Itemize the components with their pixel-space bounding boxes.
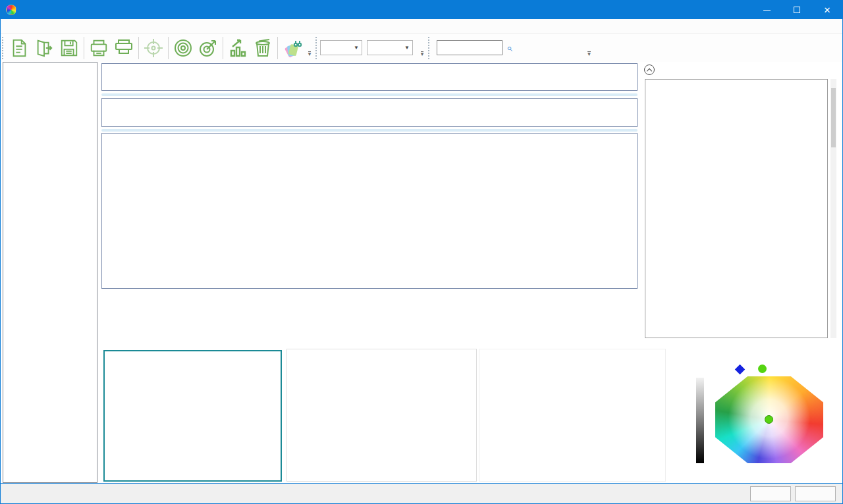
print-word-icon[interactable]: [111, 36, 136, 61]
auto-button[interactable]: [750, 486, 791, 501]
lstar-gradient-bar: [696, 378, 704, 463]
collapse-panel-icon[interactable]: [644, 64, 655, 75]
status-bar: [1, 483, 842, 503]
spectral-panel[interactable]: [479, 349, 666, 482]
panel-scrollbar[interactable]: [830, 79, 836, 338]
blank-button[interactable]: [795, 486, 836, 501]
chart-icon[interactable]: [225, 36, 250, 61]
title-bar: ✕: [1, 1, 842, 19]
target-arrow-icon[interactable]: [196, 36, 221, 61]
print-icon[interactable]: [86, 36, 111, 61]
toolbar-overflow-icon[interactable]: ▾: [418, 37, 427, 59]
standard-table: [101, 98, 638, 127]
export-icon[interactable]: [32, 36, 57, 61]
toolbar-grip[interactable]: [428, 37, 431, 59]
new-document-icon[interactable]: [7, 36, 32, 61]
color-difference-box: [645, 79, 828, 338]
dab-scatter-panel[interactable]: [103, 350, 282, 482]
calibrate-icon: [141, 36, 166, 61]
toolbar-grip[interactable]: [2, 37, 5, 59]
chevron-down-icon: ▼: [347, 45, 359, 51]
search-icon[interactable]: ⌕: [506, 42, 512, 54]
illuminant-dropdown[interactable]: ▼: [367, 40, 413, 55]
toolbar-grip[interactable]: [315, 37, 319, 59]
maximize-button[interactable]: [782, 1, 812, 19]
close-button[interactable]: ✕: [812, 1, 842, 19]
app-window: ✕: [0, 0, 843, 504]
sample-point-marker: [765, 415, 773, 424]
color-search-icon[interactable]: [280, 36, 305, 61]
menu-bar: [1, 19, 842, 34]
toolbar-overflow-icon[interactable]: ▾: [305, 37, 314, 59]
mode-dropdown[interactable]: ▼: [320, 40, 362, 55]
save-icon[interactable]: [57, 36, 82, 61]
toolbar-overflow-icon[interactable]: ▾: [584, 37, 593, 59]
lab-wheel-panel[interactable]: [667, 349, 840, 482]
deab-trend-panel[interactable]: [286, 349, 477, 482]
app-logo-icon: [6, 5, 16, 15]
color-difference-panel: [641, 62, 836, 343]
search-input[interactable]: [437, 40, 503, 55]
toolbar: ▾ ▼ ▼ ▾ ⌕ ▾: [1, 34, 842, 62]
chevron-down-icon: ▼: [398, 45, 410, 51]
minimize-button[interactable]: [751, 1, 782, 19]
delete-icon[interactable]: [250, 36, 275, 61]
sample-table: [101, 133, 638, 289]
target-icon[interactable]: [171, 36, 196, 61]
sample-tree-panel: [3, 62, 97, 483]
tolerance-table: [101, 63, 638, 91]
